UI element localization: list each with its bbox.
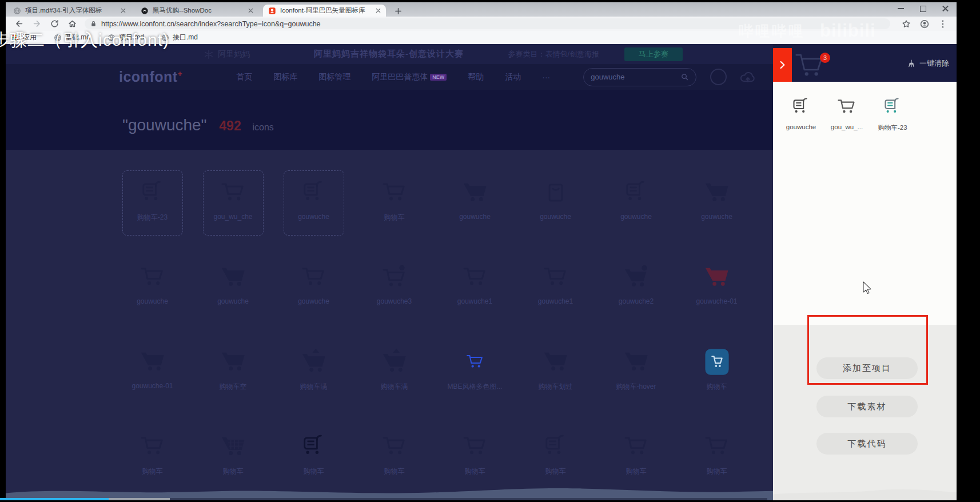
nav-item[interactable]: 阿里巴巴普惠体NEW	[372, 72, 447, 82]
icon-card[interactable]: 购物车	[354, 153, 435, 238]
download-code-button[interactable]: 下载代码	[816, 433, 918, 455]
cart-panel: 3 一键清除 gouwuchegou_wu_...购物车-23 添加至项目下载素…	[773, 44, 957, 500]
icon-card[interactable]: gouwuche-01	[676, 238, 757, 322]
icon-card[interactable]: gouwuche	[273, 153, 354, 238]
page-main-dimmed: 阿里妈妈 阿里妈妈吉祥物袋耳朵-创意设计大赛 参赛类目：表情包/创意海报 马上参…	[6, 44, 773, 500]
watermark-en: bilibili	[820, 21, 876, 41]
icon-card[interactable]: 购物车-23	[112, 153, 193, 238]
iconfont-icon	[268, 7, 276, 15]
tab-close-icon[interactable]	[376, 8, 381, 13]
maximize-button[interactable]	[920, 6, 926, 12]
cart-outline-icon	[299, 262, 329, 292]
icon-card-box: gouwuche	[122, 255, 183, 320]
icon-card-box: 购物车空	[203, 340, 264, 405]
icon-card[interactable]: gouwuche1	[435, 238, 515, 322]
result-count: 492	[219, 118, 241, 133]
icon-card[interactable]: 购物车	[596, 407, 676, 492]
icon-card[interactable]: gouwuche	[435, 153, 515, 238]
site-logo[interactable]: iconfont+	[119, 69, 182, 85]
icon-card[interactable]: 购物车	[676, 407, 757, 492]
browser-menu-button[interactable]	[938, 19, 948, 29]
icon-card[interactable]: 购物车满	[354, 322, 435, 407]
banner-cta-button[interactable]: 马上参赛	[624, 47, 683, 61]
user-avatar-icon[interactable]	[710, 69, 727, 85]
icon-card-label: gouwuche	[701, 213, 732, 221]
selected-icon-item[interactable]: gou_wu_...	[829, 95, 865, 132]
icon-card[interactable]: gouwuche3	[354, 238, 435, 322]
icon-card[interactable]: 购物车满	[273, 322, 354, 407]
nav-item[interactable]: 首页	[236, 72, 252, 82]
icon-card[interactable]: gouwuche1	[515, 238, 596, 322]
tab-close-icon[interactable]	[121, 8, 126, 13]
banner-title: 阿里妈妈吉祥物袋耳朵-创意设计大赛	[314, 49, 464, 59]
chevron-right-icon	[779, 59, 786, 70]
home-button[interactable]	[67, 19, 77, 29]
icon-card-box: 购物车	[122, 424, 183, 489]
nav-item-label: ···	[542, 73, 550, 82]
new-tab-button[interactable]	[393, 6, 403, 16]
icon-card-box: 购物车	[364, 424, 425, 489]
icon-card-box: 购物车	[203, 424, 264, 489]
icon-card[interactable]: gouwuche	[193, 238, 273, 322]
banner-brand: 阿里妈妈	[204, 49, 250, 59]
selected-icon-item[interactable]: 购物车-23	[875, 95, 910, 132]
selected-icon-label: gou_wu_...	[831, 123, 863, 130]
nav-item[interactable]: 图标管理	[318, 72, 350, 82]
cart-outline-icon	[835, 95, 858, 118]
video-progress-bar[interactable]	[0, 498, 980, 500]
back-button[interactable]	[14, 19, 24, 29]
icon-card[interactable]: 购物车	[112, 407, 193, 492]
browser-tab[interactable]: 项目.md#34-引入字体图标	[8, 5, 131, 17]
site-navbar: iconfont+ 首页图标库图标管理阿里巴巴普惠体NEW帮助活动··· gou…	[6, 64, 773, 90]
mouse-cursor	[862, 281, 872, 295]
tab-close-icon[interactable]	[248, 8, 253, 13]
icon-card[interactable]: gouwuche	[112, 238, 193, 322]
profile-avatar-icon[interactable]	[919, 19, 930, 29]
browser-tab[interactable]: 黑马优购--ShowDoc	[136, 5, 258, 17]
cart-outline-icon	[218, 178, 248, 208]
nav-item[interactable]: 活动	[505, 72, 521, 82]
forward-button[interactable]	[32, 19, 42, 29]
nav-item[interactable]: ···	[542, 73, 550, 82]
video-step-caption: 步骤二（引入iconfont)	[0, 29, 169, 52]
nav-item[interactable]: 图标库	[273, 72, 297, 82]
selected-icon-item[interactable]: gouwuche	[783, 95, 819, 132]
icon-card[interactable]: gouwuche	[596, 153, 676, 238]
icon-card-label: 购物车划过	[539, 382, 573, 392]
icon-card[interactable]: 购物车空	[193, 322, 273, 407]
icon-card-box: gouwuche1	[445, 255, 505, 320]
cart-filled-icon	[702, 178, 732, 208]
minimize-button[interactable]	[898, 8, 904, 9]
download-assets-button[interactable]: 下载素材	[816, 396, 918, 417]
icon-card[interactable]: gouwuche2	[596, 238, 676, 322]
icon-card[interactable]: gouwuche	[273, 238, 354, 322]
icon-card[interactable]: 购物车-hover	[596, 322, 676, 407]
icon-card[interactable]: 购物车划过	[515, 322, 596, 407]
icon-card[interactable]: 购物车	[676, 322, 757, 407]
clear-all-button[interactable]: 一键清除	[907, 58, 949, 69]
icon-card[interactable]: gouwuche	[676, 153, 757, 238]
collapse-panel-button[interactable]	[773, 48, 792, 82]
reload-button[interactable]	[50, 19, 59, 29]
icon-card-box: 购物车	[606, 424, 667, 489]
cart-filled-dot-icon	[622, 262, 651, 292]
icon-card[interactable]: gouwuche-01	[112, 322, 193, 407]
icon-card-box: gouwuche-01	[122, 340, 183, 405]
icon-card[interactable]: gouwuche	[515, 153, 596, 238]
browser-tab[interactable]: Iconfont-阿里巴巴矢量图标库	[263, 5, 386, 17]
icon-card[interactable]: 购物车	[273, 407, 354, 492]
site-search-input[interactable]: gouwuche	[583, 68, 696, 86]
icon-card[interactable]: 购物车	[193, 407, 273, 492]
upload-cloud-icon[interactable]	[739, 70, 756, 84]
icon-card-label: gouwuche	[540, 213, 571, 221]
close-button[interactable]	[942, 6, 949, 12]
cart-grid-icon	[218, 432, 248, 461]
icon-card[interactable]: MBE风格多色图...	[435, 322, 515, 407]
nav-item[interactable]: 帮助	[468, 72, 484, 82]
bilibili-watermark: 哔哩哔哩 bilibili	[739, 21, 876, 41]
icon-card[interactable]: 购物车	[354, 407, 435, 492]
bookmark-star-icon[interactable]	[901, 19, 911, 29]
icon-card[interactable]: gou_wu_che	[193, 153, 273, 238]
icon-card[interactable]: 购物车	[515, 407, 596, 492]
icon-card[interactable]: 购物车	[435, 407, 515, 492]
